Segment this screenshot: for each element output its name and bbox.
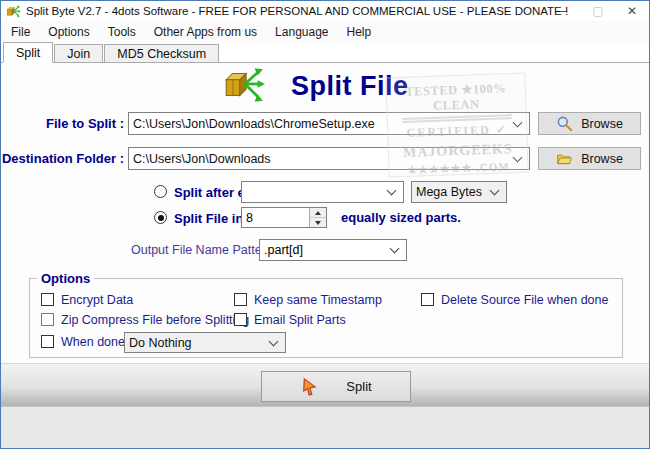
menu-other-apps[interactable]: Other Apps from us — [145, 22, 266, 42]
keep-timestamp-checkbox[interactable] — [234, 293, 247, 306]
delete-source-checkbox[interactable] — [421, 293, 434, 306]
browse-file-label: Browse — [581, 117, 623, 131]
browse-folder-label: Browse — [581, 152, 623, 166]
when-done-checkbox[interactable] — [41, 335, 54, 348]
output-pattern-label: Output File Name Pattern : — [131, 243, 280, 257]
menu-bar: File Options Tools Other Apps from us La… — [1, 21, 649, 42]
chevron-down-icon[interactable] — [269, 336, 279, 346]
browse-file-button[interactable]: Browse — [538, 112, 641, 135]
menu-language[interactable]: Language — [266, 22, 337, 42]
app-icon — [6, 4, 21, 19]
split-after-every-radio[interactable] — [154, 185, 167, 198]
when-done-dropdown[interactable]: Do Nothing — [124, 332, 286, 353]
browse-folder-button[interactable]: Browse — [538, 147, 641, 170]
tab-split[interactable]: Split — [3, 42, 53, 63]
equally-sized-parts-label: equally sized parts. — [341, 210, 461, 225]
tab-strip: Split Join MD5 Checksum — [1, 42, 649, 63]
close-button[interactable]: ✕ — [615, 1, 649, 21]
window-title: Split Byte V2.7 - 4dots Software - FREE … — [26, 5, 568, 17]
tab-md5-checksum[interactable]: MD5 Checksum — [104, 44, 219, 63]
email-split-parts-checkbox[interactable] — [234, 313, 247, 326]
spinner-up-button[interactable] — [310, 208, 326, 218]
file-to-split-input[interactable] — [129, 117, 510, 131]
options-group-title: Options — [37, 271, 94, 286]
email-split-parts-label: Email Split Parts — [254, 313, 346, 327]
destination-folder-input[interactable] — [129, 152, 510, 166]
folder-icon — [556, 150, 573, 167]
chevron-down-icon[interactable] — [513, 117, 523, 127]
destination-folder-combobox[interactable] — [128, 147, 530, 170]
magnifier-icon — [556, 115, 573, 132]
page-title: Split File — [291, 71, 409, 102]
menu-help[interactable]: Help — [338, 22, 381, 42]
zip-compress-checkbox[interactable] — [41, 313, 54, 326]
encrypt-data-label: Encrypt Data — [61, 293, 133, 307]
menu-options[interactable]: Options — [39, 22, 98, 42]
split-size-input[interactable] — [242, 185, 384, 199]
menu-tools[interactable]: Tools — [99, 22, 145, 42]
when-done-label: When done : — [61, 335, 132, 349]
bottom-area — [1, 406, 649, 448]
spinner-down-button[interactable] — [310, 218, 326, 227]
zip-compress-label: Zip Compress File before Splitting — [61, 313, 249, 327]
tab-join[interactable]: Join — [54, 44, 103, 63]
maximize-button[interactable]: ▢ — [581, 1, 615, 21]
split-button-label: Split — [346, 379, 371, 394]
destination-folder-label: Destination Folder : — [1, 151, 124, 166]
size-unit-dropdown[interactable]: Mega Bytes — [411, 181, 507, 203]
minimize-button[interactable]: – — [547, 1, 581, 21]
split-into-parts-radio[interactable] — [154, 211, 167, 224]
menu-file[interactable]: File — [1, 22, 39, 42]
output-pattern-dropdown[interactable]: .part[d] — [259, 239, 407, 261]
split-button[interactable]: Split — [261, 371, 411, 402]
delete-source-label: Delete Source File when done — [441, 293, 608, 307]
parts-count-input[interactable] — [242, 208, 309, 227]
pointer-icon — [300, 377, 320, 397]
file-to-split-combobox[interactable] — [128, 112, 530, 135]
encrypt-data-checkbox[interactable] — [41, 293, 54, 306]
parts-count-spinner[interactable] — [241, 207, 327, 228]
keep-timestamp-label: Keep same Timestamp — [254, 293, 382, 307]
title-bar[interactable]: Split Byte V2.7 - 4dots Software - FREE … — [1, 1, 649, 21]
app-window: Split Byte V2.7 - 4dots Software - FREE … — [0, 0, 650, 449]
chevron-down-icon[interactable] — [390, 244, 400, 254]
file-to-split-label: File to Split : — [1, 116, 124, 131]
chevron-down-icon[interactable] — [387, 186, 397, 196]
split-file-icon — [223, 66, 265, 104]
chevron-down-icon[interactable] — [490, 186, 500, 196]
split-size-combobox[interactable] — [241, 181, 404, 203]
chevron-down-icon[interactable] — [513, 152, 523, 162]
